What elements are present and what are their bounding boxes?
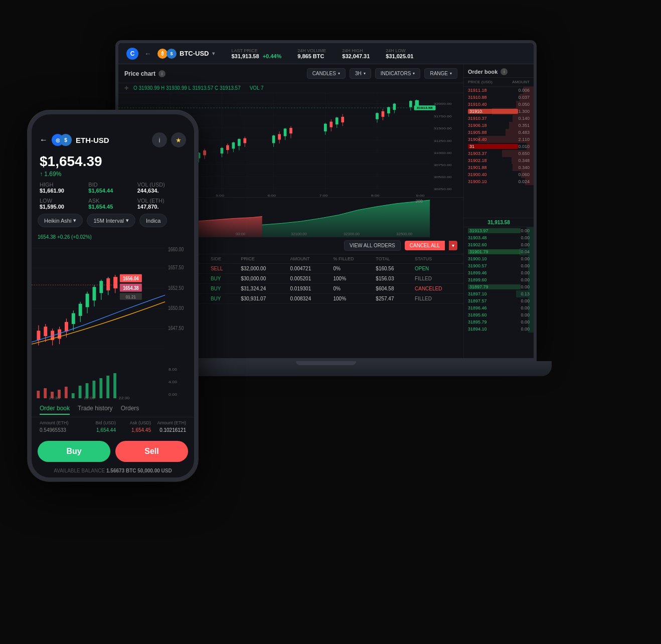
- order-total: $156.03: [372, 274, 411, 284]
- svg-rect-62: [329, 122, 333, 127]
- order-filled: 0%: [329, 284, 372, 294]
- list-item: 310.010: [464, 143, 534, 150]
- svg-text:00:00: 00:00: [236, 232, 246, 236]
- phone-ob-ask-header: Ask (USD): [116, 420, 151, 425]
- usd-icon: $: [167, 49, 177, 59]
- phone-volume-svg: 8.00 4.00 0.00 21:30 22:00 22:30: [32, 366, 194, 401]
- chart-info-icon[interactable]: i: [158, 70, 166, 77]
- phone-pair-icons: ◎ $: [52, 134, 72, 146]
- list-item: 31905.880.483: [464, 129, 534, 136]
- chart-toolbar: Price chart i CANDLES ▾ 3H ▾ INDICATORS: [118, 64, 463, 83]
- cancel-chevron-button[interactable]: ▾: [449, 241, 457, 250]
- pair-selector[interactable]: ₿ $ BTC-USD ▾: [157, 49, 215, 59]
- col-amount: AMOUNT: [286, 254, 329, 264]
- phone-info-button[interactable]: i: [152, 132, 167, 147]
- svg-rect-132: [113, 277, 117, 288]
- list-item: 31895.600.00: [464, 311, 534, 318]
- balance-label: AVAILABLE BALANCE: [54, 468, 105, 473]
- laptop-topbar: C ← ₿ $ BTC-USD ▾ LAST PRICE $31,913.58 …: [118, 43, 534, 64]
- back-button[interactable]: ←: [144, 50, 151, 58]
- list-item: 31910.400.050: [464, 101, 534, 108]
- list-item: 31901.790.04: [464, 248, 534, 255]
- high-stat: 24H HIGH $32,047.31: [342, 48, 370, 59]
- sell-button[interactable]: Sell: [115, 441, 188, 462]
- list-item: 31899.600.00: [464, 276, 534, 283]
- list-item: 31910.1.300: [464, 108, 534, 115]
- phone-stats-row: HIGH $1,661.90 BID $1,654.44 VOL (USD) 2…: [32, 182, 194, 198]
- low-label: 24H LOW: [386, 48, 413, 53]
- svg-rect-40: [203, 150, 206, 155]
- phone-back-button[interactable]: ←: [40, 135, 48, 144]
- svg-rect-70: [382, 111, 385, 117]
- phone-stats-row2: LOW $1,595.00 ASK $1,654.45 VOL (ETH) 14…: [32, 198, 194, 214]
- interval-button[interactable]: 15M Interval ▾: [87, 214, 135, 227]
- phone-ask-value: $1,654.45: [88, 204, 137, 210]
- svg-rect-44: [226, 145, 229, 150]
- tab-orders[interactable]: Orders: [121, 405, 139, 415]
- chart-type-button[interactable]: Heikin Ashi ▾: [38, 214, 83, 227]
- buy-button[interactable]: Buy: [38, 441, 110, 462]
- phone-pair-name: ETH-USD: [76, 136, 109, 144]
- svg-text:22:00: 22:00: [84, 396, 95, 400]
- svg-rect-146: [44, 388, 47, 398]
- order-status: CANCELED: [411, 284, 463, 294]
- indicators-button[interactable]: INDICATORS ▾: [375, 68, 421, 79]
- orderbook-info-icon[interactable]: i: [501, 68, 508, 75]
- svg-text:31000.00: 31000.00: [434, 151, 452, 154]
- svg-text:8:00: 8:00: [371, 194, 380, 197]
- app-logo: C: [126, 48, 138, 60]
- low-stat: 24H LOW $31,025.01: [386, 48, 413, 59]
- high-label: 24H HIGH: [342, 48, 370, 53]
- balance-usd: 50,000.00 USD: [137, 468, 172, 473]
- order-price: $30,931.07: [237, 294, 286, 304]
- svg-text:1654.38: 1654.38: [123, 285, 138, 291]
- list-item: 31903.480.00: [464, 234, 534, 241]
- svg-rect-128: [99, 281, 103, 293]
- phone-price: $1,654.39: [40, 153, 186, 170]
- phone-star-button[interactable]: ★: [171, 132, 186, 147]
- phone-vol-eth-label: VOL (ETH): [137, 198, 186, 204]
- list-item: 31896.460.00: [464, 304, 534, 311]
- tab-trade-history[interactable]: Trade history: [78, 405, 113, 415]
- range-chevron-icon: ▾: [450, 71, 452, 76]
- svg-rect-74: [393, 104, 396, 110]
- svg-rect-60: [324, 124, 327, 131]
- orderbook-bids: 31913.970.00 31903.480.00 31902.600.00 3…: [464, 227, 534, 358]
- tab-order-book[interactable]: Order book: [40, 405, 70, 415]
- phone-candlestick-svg: 1656.04 1654.38 01.21 1660.00 1657.50 16…: [32, 231, 194, 366]
- phone-high-stat: HIGH $1,661.90: [40, 182, 88, 194]
- list-item: 31902.600.00: [464, 241, 534, 248]
- phone-chart-area[interactable]: 1654.38 +0.26 (+0.02%): [32, 231, 194, 366]
- phone-price-change: ↑ 1.69%: [40, 171, 186, 178]
- svg-rect-48: [238, 139, 241, 146]
- svg-rect-112: [44, 327, 47, 336]
- svg-rect-155: [106, 376, 109, 398]
- svg-rect-154: [99, 378, 102, 398]
- view-all-orders-button[interactable]: VIEW ALL ORDERS: [344, 240, 401, 251]
- cancel-all-button[interactable]: CANCEL ALL: [405, 241, 445, 250]
- phone-volume-area: 8.00 4.00 0.00 21:30 22:00 22:30: [32, 366, 194, 401]
- svg-rect-122: [79, 304, 82, 316]
- svg-rect-151: [79, 386, 82, 398]
- orderbook-spread: 31,913.58: [464, 218, 534, 227]
- svg-text:1652.50: 1652.50: [168, 285, 184, 291]
- phone-vol-usd-label: VOL (USD): [137, 182, 186, 188]
- col-filled: % FILLED: [329, 254, 372, 264]
- list-item: 31900.400.060: [464, 171, 534, 178]
- phone-ob-bid-header: Bid (USD): [81, 420, 116, 425]
- candles-button[interactable]: CANDLES ▾: [307, 68, 346, 79]
- phone-ob-amount-header: Amount (ETH): [40, 420, 81, 425]
- interval-chevron-icon: ▾: [364, 71, 366, 76]
- svg-rect-52: [272, 135, 275, 143]
- indicators-button[interactable]: Indica: [139, 214, 167, 227]
- interval-button[interactable]: 3H ▾: [350, 68, 371, 79]
- order-status: OPEN: [411, 264, 463, 274]
- order-total: $160.56: [372, 264, 411, 274]
- low-value: $31,025.01: [386, 53, 413, 59]
- order-total: $257.47: [372, 294, 411, 304]
- list-item: 31910.880.037: [464, 94, 534, 101]
- range-button[interactable]: RANGE ▾: [424, 68, 457, 79]
- svg-text:31500.00: 31500.00: [434, 127, 452, 130]
- phone-actions: Buy Sell: [32, 437, 194, 466]
- balance-btc: 1.56673 BTC: [106, 468, 136, 473]
